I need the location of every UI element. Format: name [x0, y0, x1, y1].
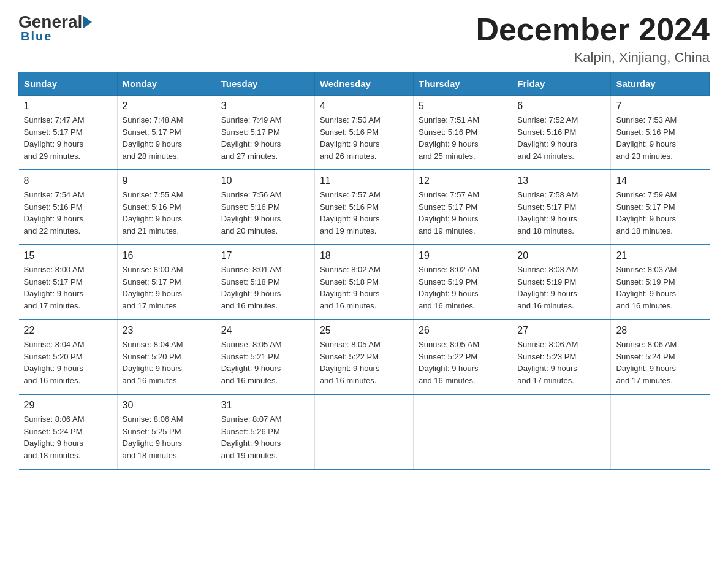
day-info: Sunrise: 7:58 AM Sunset: 5:17 PM Dayligh…	[517, 189, 605, 237]
table-row: 6 Sunrise: 7:52 AM Sunset: 5:16 PM Dayli…	[512, 96, 611, 170]
day-info: Sunrise: 8:04 AM Sunset: 5:20 PM Dayligh…	[24, 339, 112, 386]
table-row: 22 Sunrise: 8:04 AM Sunset: 5:20 PM Dayl…	[19, 320, 118, 394]
day-number: 27	[517, 325, 605, 336]
table-row: 10 Sunrise: 7:56 AM Sunset: 5:16 PM Dayl…	[216, 170, 314, 245]
table-row: 13 Sunrise: 7:58 AM Sunset: 5:17 PM Dayl…	[512, 170, 611, 245]
day-number: 4	[320, 101, 408, 112]
table-row: 20 Sunrise: 8:03 AM Sunset: 5:19 PM Dayl…	[512, 245, 611, 320]
day-number: 6	[517, 101, 605, 112]
day-info: Sunrise: 8:03 AM Sunset: 5:19 PM Dayligh…	[517, 264, 605, 312]
table-row: 25 Sunrise: 8:05 AM Sunset: 5:22 PM Dayl…	[314, 320, 413, 394]
col-thursday: Thursday	[414, 72, 512, 96]
table-row: 14 Sunrise: 7:59 AM Sunset: 5:17 PM Dayl…	[611, 170, 710, 245]
page-subtitle: Kalpin, Xinjiang, China	[476, 50, 710, 66]
day-info: Sunrise: 8:06 AM Sunset: 5:24 PM Dayligh…	[616, 339, 704, 386]
calendar-week-row: 15 Sunrise: 8:00 AM Sunset: 5:17 PM Dayl…	[19, 245, 710, 320]
day-info: Sunrise: 7:52 AM Sunset: 5:16 PM Dayligh…	[517, 114, 605, 162]
day-info: Sunrise: 8:05 AM Sunset: 5:21 PM Dayligh…	[221, 339, 309, 386]
table-row	[414, 394, 512, 469]
day-number: 31	[221, 400, 309, 411]
day-number: 10	[221, 175, 309, 186]
col-wednesday: Wednesday	[314, 72, 413, 96]
day-number: 17	[221, 250, 309, 261]
day-number: 11	[320, 175, 408, 186]
page-header: General Blue December 2024 Kalpin, Xinji…	[18, 12, 710, 66]
day-number: 3	[221, 101, 309, 112]
day-info: Sunrise: 7:57 AM Sunset: 5:16 PM Dayligh…	[320, 189, 408, 237]
logo: General Blue	[18, 12, 93, 44]
table-row: 8 Sunrise: 7:54 AM Sunset: 5:16 PM Dayli…	[19, 170, 118, 245]
table-row: 24 Sunrise: 8:05 AM Sunset: 5:21 PM Dayl…	[216, 320, 314, 394]
table-row: 2 Sunrise: 7:48 AM Sunset: 5:17 PM Dayli…	[117, 96, 216, 170]
col-saturday: Saturday	[611, 72, 710, 96]
table-row: 26 Sunrise: 8:05 AM Sunset: 5:22 PM Dayl…	[414, 320, 512, 394]
table-row: 3 Sunrise: 7:49 AM Sunset: 5:17 PM Dayli…	[216, 96, 314, 170]
day-info: Sunrise: 8:02 AM Sunset: 5:18 PM Dayligh…	[320, 264, 408, 312]
day-number: 12	[419, 175, 507, 186]
day-number: 29	[24, 400, 112, 411]
day-number: 20	[517, 250, 605, 261]
day-info: Sunrise: 8:06 AM Sunset: 5:23 PM Dayligh…	[517, 339, 605, 386]
table-row: 31 Sunrise: 8:07 AM Sunset: 5:26 PM Dayl…	[216, 394, 314, 469]
calendar-week-row: 1 Sunrise: 7:47 AM Sunset: 5:17 PM Dayli…	[19, 96, 710, 170]
day-info: Sunrise: 7:48 AM Sunset: 5:17 PM Dayligh…	[123, 114, 211, 162]
day-info: Sunrise: 7:56 AM Sunset: 5:16 PM Dayligh…	[221, 189, 309, 237]
day-number: 5	[419, 101, 507, 112]
table-row: 1 Sunrise: 7:47 AM Sunset: 5:17 PM Dayli…	[19, 96, 118, 170]
day-number: 22	[24, 325, 112, 336]
table-row: 15 Sunrise: 8:00 AM Sunset: 5:17 PM Dayl…	[19, 245, 118, 320]
calendar-week-row: 8 Sunrise: 7:54 AM Sunset: 5:16 PM Dayli…	[19, 170, 710, 245]
day-number: 24	[221, 325, 309, 336]
col-monday: Monday	[117, 72, 216, 96]
day-info: Sunrise: 7:55 AM Sunset: 5:16 PM Dayligh…	[123, 189, 211, 237]
table-row	[611, 394, 710, 469]
day-number: 14	[616, 175, 704, 186]
day-info: Sunrise: 7:51 AM Sunset: 5:16 PM Dayligh…	[419, 114, 507, 162]
day-number: 25	[320, 325, 408, 336]
day-info: Sunrise: 8:01 AM Sunset: 5:18 PM Dayligh…	[221, 264, 309, 312]
calendar-week-row: 29 Sunrise: 8:06 AM Sunset: 5:24 PM Dayl…	[19, 394, 710, 469]
day-info: Sunrise: 8:00 AM Sunset: 5:17 PM Dayligh…	[24, 264, 112, 312]
table-row: 21 Sunrise: 8:03 AM Sunset: 5:19 PM Dayl…	[611, 245, 710, 320]
day-number: 28	[616, 325, 704, 336]
table-row: 18 Sunrise: 8:02 AM Sunset: 5:18 PM Dayl…	[314, 245, 413, 320]
calendar-header-row: Sunday Monday Tuesday Wednesday Thursday…	[19, 72, 710, 96]
table-row	[314, 394, 413, 469]
day-number: 16	[123, 250, 211, 261]
day-info: Sunrise: 7:54 AM Sunset: 5:16 PM Dayligh…	[24, 189, 112, 237]
day-number: 26	[419, 325, 507, 336]
day-number: 2	[123, 101, 211, 112]
calendar-week-row: 22 Sunrise: 8:04 AM Sunset: 5:20 PM Dayl…	[19, 320, 710, 394]
table-row: 9 Sunrise: 7:55 AM Sunset: 5:16 PM Dayli…	[117, 170, 216, 245]
table-row: 19 Sunrise: 8:02 AM Sunset: 5:19 PM Dayl…	[414, 245, 512, 320]
day-info: Sunrise: 7:53 AM Sunset: 5:16 PM Dayligh…	[616, 114, 704, 162]
table-row: 23 Sunrise: 8:04 AM Sunset: 5:20 PM Dayl…	[117, 320, 216, 394]
table-row: 17 Sunrise: 8:01 AM Sunset: 5:18 PM Dayl…	[216, 245, 314, 320]
day-number: 15	[24, 250, 112, 261]
day-number: 18	[320, 250, 408, 261]
table-row: 29 Sunrise: 8:06 AM Sunset: 5:24 PM Dayl…	[19, 394, 118, 469]
day-number: 1	[24, 101, 112, 112]
day-info: Sunrise: 8:05 AM Sunset: 5:22 PM Dayligh…	[419, 339, 507, 386]
logo-triangle-icon	[83, 16, 92, 28]
day-number: 30	[123, 400, 211, 411]
day-number: 21	[616, 250, 704, 261]
table-row	[512, 394, 611, 469]
day-info: Sunrise: 7:59 AM Sunset: 5:17 PM Dayligh…	[616, 189, 704, 237]
day-number: 7	[616, 101, 704, 112]
day-info: Sunrise: 8:05 AM Sunset: 5:22 PM Dayligh…	[320, 339, 408, 386]
logo-blue-text: Blue	[21, 29, 52, 44]
day-info: Sunrise: 7:49 AM Sunset: 5:17 PM Dayligh…	[221, 114, 309, 162]
day-number: 9	[123, 175, 211, 186]
day-info: Sunrise: 7:57 AM Sunset: 5:17 PM Dayligh…	[419, 189, 507, 237]
table-row: 12 Sunrise: 7:57 AM Sunset: 5:17 PM Dayl…	[414, 170, 512, 245]
day-info: Sunrise: 7:47 AM Sunset: 5:17 PM Dayligh…	[24, 114, 112, 162]
table-row: 11 Sunrise: 7:57 AM Sunset: 5:16 PM Dayl…	[314, 170, 413, 245]
day-number: 13	[517, 175, 605, 186]
day-info: Sunrise: 8:00 AM Sunset: 5:17 PM Dayligh…	[123, 264, 211, 312]
col-sunday: Sunday	[19, 72, 118, 96]
day-number: 8	[24, 175, 112, 186]
day-info: Sunrise: 8:03 AM Sunset: 5:19 PM Dayligh…	[616, 264, 704, 312]
day-info: Sunrise: 8:02 AM Sunset: 5:19 PM Dayligh…	[419, 264, 507, 312]
day-number: 19	[419, 250, 507, 261]
